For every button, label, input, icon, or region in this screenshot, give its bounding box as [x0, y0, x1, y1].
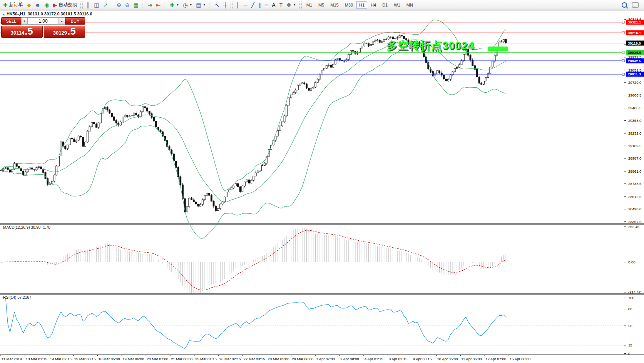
sell-price-button[interactable]: 30114.5	[1, 26, 43, 38]
sell-price-pips: .5	[25, 26, 33, 36]
new-order-button[interactable]: ✚新订单	[1, 0, 25, 10]
price-tick-label: 28490.0	[628, 207, 641, 211]
search-icon[interactable]	[622, 2, 627, 8]
dropdown-arrow-icon[interactable]: ▼	[176, 3, 179, 6]
vertical-line-icon[interactable]: │	[234, 0, 242, 10]
zoom-in-icon[interactable]: ⊕	[115, 0, 123, 10]
time-tick-label: 2 Apr 08:00	[340, 357, 359, 361]
level-endpoint-marker[interactable]	[622, 60, 624, 62]
chart-annotation-text[interactable]: 多空转折点30024	[386, 38, 474, 53]
periods-button[interactable]: ◷▼	[181, 0, 194, 10]
volume-decrease-button[interactable]: ▼	[21, 18, 28, 24]
vertical-line-icon: │	[236, 2, 240, 8]
time-tick-label: 20 Mar 07:00	[147, 357, 168, 361]
price-tick-label: 29358.0	[628, 118, 641, 123]
tile-windows-icon[interactable]: ▦	[132, 0, 141, 10]
zoom-out-icon[interactable]: ⊖	[123, 0, 132, 10]
add-indicator-button[interactable]: ✚▼	[168, 0, 181, 10]
gold-icon[interactable]: ◆	[25, 0, 33, 10]
timeframe-m1-button[interactable]: M1	[304, 1, 315, 9]
price-tick-label: 28987.0	[628, 156, 641, 160]
ohlc-close: 30116.0	[77, 12, 92, 16]
price-tick-label: 29232.0	[628, 131, 641, 135]
timeframe-m5-button[interactable]: M5	[316, 1, 327, 9]
timeframe-m15-button[interactable]: M15	[328, 1, 341, 9]
price-tick-label: 28738.5	[628, 182, 641, 186]
chart-shift-icon[interactable]: ⇤	[154, 0, 163, 10]
collapse-panel-icon[interactable]: ▲	[2, 13, 5, 16]
toolbar-grip[interactable]	[231, 2, 233, 8]
time-tick-label: 13 Mar 01:15	[26, 357, 47, 361]
toolbar: ✚新订单◆☻◉▶自动交易║◫↗⊕⊖▦⇥⇤✚▼◷▼▤▼↖┼│─╱∥≡AT❖▼M1M…	[0, 0, 644, 10]
arrows-icon[interactable]: ❖▼	[284, 0, 298, 10]
add-indicator-icon: ✚	[170, 2, 174, 8]
timeframe-mn-button[interactable]: MN	[404, 1, 416, 9]
mt4-terminal: ✚新订单◆☻◉▶自动交易║◫↗⊕⊖▦⇥⇤✚▼◷▼▤▼↖┼│─╱∥≡AT❖▼M1M…	[0, 0, 644, 363]
toolbar-grip[interactable]	[142, 2, 144, 8]
buy-price-pips: .5	[67, 26, 76, 36]
timeframe-d1-button[interactable]: D1	[380, 1, 390, 9]
autotrading-button[interactable]: ▶自动交易	[51, 0, 79, 10]
bar-chart-icon[interactable]: ║	[84, 0, 92, 10]
community-icon[interactable]: ☻	[33, 0, 43, 10]
buy-price-button[interactable]: 30129.5	[44, 26, 85, 38]
price-tick-label: 28861.0	[628, 169, 641, 173]
fibonacci-icon[interactable]: ≡	[263, 0, 270, 10]
time-tick-label: 21 Mar 08:00	[171, 357, 192, 361]
timeframe-w1-button[interactable]: W1	[391, 1, 403, 9]
line-chart-icon[interactable]: ↗	[101, 0, 109, 10]
toolbar-grip[interactable]	[80, 2, 83, 8]
time-tick-label: 11 Apr 06:00	[461, 357, 482, 361]
rsi-tick-label: 0	[628, 351, 630, 356]
candlestick-chart-icon[interactable]: ◫	[92, 0, 101, 10]
sell-button[interactable]: SELL	[1, 17, 21, 25]
time-tick-label: 14 Mar 02:15	[50, 357, 72, 361]
level-endpoint-marker[interactable]	[622, 73, 624, 75]
signals-icon[interactable]: ◉	[42, 0, 51, 10]
rsi-tick-label: 50	[628, 324, 632, 328]
time-tick-label: 9 Apr 03:15	[413, 357, 432, 361]
dropdown-arrow-icon[interactable]: ▼	[203, 3, 206, 6]
horizontal-line-icon[interactable]: ─	[242, 0, 249, 10]
annotation-highlight-bar[interactable]	[488, 47, 508, 51]
toolbar-grip[interactable]	[111, 2, 113, 8]
time-tick-label: 1 Apr 07:00	[316, 357, 335, 361]
macd-tick-label: 252.45	[628, 225, 639, 229]
buy-button[interactable]: BUY	[65, 17, 85, 25]
buy-price: 30129	[53, 30, 67, 36]
time-tick-label: 26 Mar 02:15	[219, 357, 241, 361]
time-tick-label: 15 Apr 08:00	[510, 357, 530, 361]
chat-icon[interactable]	[632, 2, 639, 8]
toolbar-grip[interactable]	[164, 2, 166, 8]
timeframe-h4-button[interactable]: H4	[368, 1, 379, 9]
volume-increase-button[interactable]: ▲	[59, 18, 65, 24]
chart-canvas[interactable]: 30348.530226.030100.529977.529851.529729…	[0, 10, 644, 363]
toolbar-button-label: 新订单	[9, 2, 23, 8]
volume-input[interactable]: 1.00	[28, 18, 59, 24]
level-endpoint-marker[interactable]	[622, 32, 624, 34]
dropdown-arrow-icon[interactable]: ▼	[189, 3, 192, 6]
time-tick-label: 28 Mar 05:00	[268, 357, 289, 361]
dropdown-arrow-icon[interactable]: ▼	[293, 3, 296, 6]
toolbar-grip[interactable]	[299, 2, 302, 8]
zoom-in-icon: ⊕	[117, 2, 121, 8]
cursor-icon[interactable]: ↖	[213, 0, 221, 10]
ohlc-header: ▲HK50-,H1 30131.0 30172.0 30101.5 30116.…	[2, 12, 92, 16]
time-tick-label: 19 Mar 06:00	[122, 357, 144, 361]
equidistant-channel-icon[interactable]: ∥	[256, 0, 263, 10]
timeframe-m30-button[interactable]: M30	[342, 1, 356, 9]
auto-scroll-icon[interactable]: ⇥	[146, 0, 154, 10]
level-endpoint-marker[interactable]	[622, 21, 624, 23]
level-endpoint-marker[interactable]	[622, 51, 624, 53]
text-icon[interactable]: A	[270, 0, 277, 10]
trendline-icon[interactable]: ╱	[249, 0, 256, 10]
candlestick-chart-icon: ◫	[94, 2, 99, 8]
price-tick-label: 29851.5	[628, 68, 641, 72]
template-button[interactable]: ▤▼	[194, 0, 207, 10]
timeframe-h1-button[interactable]: H1	[356, 1, 367, 9]
label-icon[interactable]: T	[278, 0, 285, 10]
text-icon: A	[272, 2, 275, 8]
equidistant-channel-icon: ∥	[258, 2, 261, 8]
crosshair-icon[interactable]: ┼	[221, 0, 229, 10]
toolbar-grip[interactable]	[209, 2, 211, 8]
